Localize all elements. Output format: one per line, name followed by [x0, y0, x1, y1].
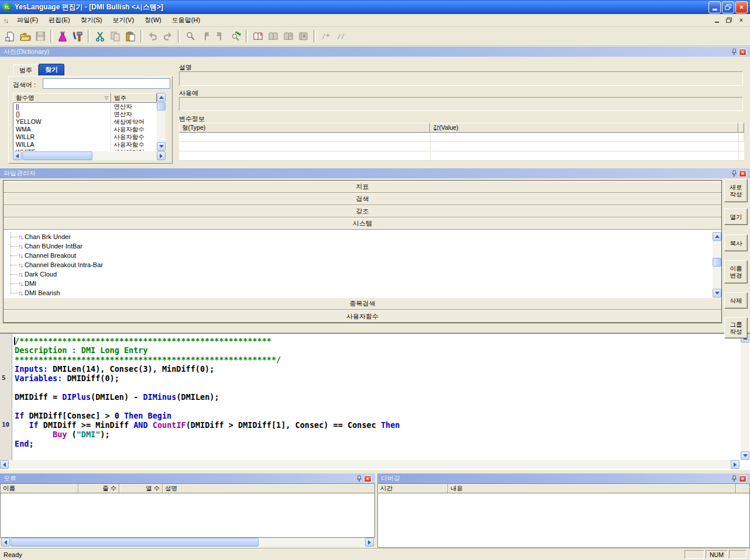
debug-col-content[interactable]: 내용	[448, 484, 736, 493]
undo-button[interactable]	[145, 29, 160, 44]
dict-table-row[interactable]: {}연산자	[13, 110, 157, 118]
open-script-button[interactable]: 열기	[724, 208, 748, 225]
scroll-down-button[interactable]	[741, 451, 749, 460]
redo-button[interactable]	[160, 29, 176, 44]
app-icon[interactable]: YL	[2, 2, 12, 12]
menu-file[interactable]: 파일(F)	[12, 14, 43, 26]
error-list-body[interactable]	[0, 493, 375, 538]
varinfo-col-value[interactable]: 값(Value)	[430, 123, 738, 133]
tree-item[interactable]: ↑↓Chan Brk Under	[4, 232, 721, 241]
cut-button[interactable]	[92, 29, 108, 44]
section-highlight[interactable]: 강조	[4, 205, 721, 217]
menu-window[interactable]: 창(W)	[140, 14, 166, 26]
scroll-right-button[interactable]	[731, 460, 739, 469]
mdi-restore-button[interactable]	[724, 16, 734, 25]
minimize-button[interactable]	[708, 1, 721, 13]
open-file-button[interactable]	[18, 29, 33, 44]
editor-vertical-scrollbar[interactable]	[741, 334, 749, 460]
tab-search[interactable]: 찾기	[39, 64, 64, 75]
dict-table-row[interactable]: WILLR사용자함수	[13, 133, 157, 141]
scroll-up-button[interactable]	[713, 232, 721, 241]
dict-horizontal-scrollbar[interactable]	[13, 151, 166, 160]
section-system[interactable]: 시스템	[4, 217, 721, 230]
scroll-left-button[interactable]	[13, 151, 22, 160]
pin-icon[interactable]	[731, 170, 737, 177]
varinfo-col-type[interactable]: 형(Type)	[179, 123, 430, 133]
error-pane-close-icon[interactable]: ×	[364, 475, 371, 482]
code-editor[interactable]: /***************************************…	[0, 333, 750, 470]
error-col-name[interactable]: 이름	[1, 484, 78, 493]
tree-item[interactable]: ↑↓DMI	[4, 279, 721, 288]
section-indicators[interactable]: 지표	[4, 181, 721, 193]
editor-horizontal-scrollbar[interactable]	[0, 460, 739, 469]
scroll-thumb[interactable]	[11, 538, 259, 547]
dict-col-category[interactable]: 범주	[111, 93, 157, 103]
scroll-up-button[interactable]	[157, 93, 166, 102]
pin-icon[interactable]	[731, 475, 737, 482]
tree-item[interactable]: ↑↓Channel Breakout	[4, 251, 721, 260]
find-next-button[interactable]	[213, 29, 228, 44]
menu-view[interactable]: 보기(V)	[108, 14, 139, 26]
save-button[interactable]	[33, 29, 48, 44]
scroll-thumb[interactable]	[22, 151, 92, 160]
copy-script-button[interactable]: 복사	[724, 234, 748, 251]
rename-script-button[interactable]: 이름 변경	[724, 260, 748, 284]
scroll-down-button[interactable]	[157, 142, 166, 151]
paste-button[interactable]	[123, 29, 138, 44]
error-horizontal-scrollbar[interactable]	[1, 538, 374, 547]
block-comment-button[interactable]: /*	[318, 29, 333, 44]
scroll-left-button[interactable]	[1, 538, 10, 547]
tree-item[interactable]: ↑↓Dark Cloud	[4, 269, 721, 279]
mdi-close-button[interactable]: ×	[736, 16, 746, 25]
tree-item[interactable]: ↑↓Channel Breakout Intra-Bar	[4, 260, 721, 269]
error-col-column[interactable]: 열 수	[119, 484, 163, 493]
function-book-button[interactable]	[266, 29, 281, 44]
menu-find[interactable]: 찾기(S)	[76, 14, 107, 26]
dictionary-pane-header[interactable]: 사전(Dictionary) ×	[0, 47, 750, 57]
close-button[interactable]: ×	[735, 1, 748, 13]
new-document-button[interactable]	[2, 29, 18, 44]
scroll-left-button[interactable]	[0, 460, 9, 469]
mdi-document-icon[interactable]: ↑↓	[4, 17, 8, 24]
debug-list-body[interactable]	[377, 493, 750, 548]
debug-pane-header[interactable]: 디버깅 ×	[377, 473, 750, 483]
closed-book-button[interactable]	[296, 29, 311, 44]
error-col-line[interactable]: 줄 수	[78, 484, 119, 493]
dict-table-row[interactable]: WILLA사용자함수	[13, 141, 157, 148]
new-script-button[interactable]: 새로 작성	[724, 179, 748, 202]
tree-item[interactable]: ↑↓DMI Bearish	[4, 288, 721, 298]
find-button[interactable]	[183, 29, 198, 44]
delete-script-button[interactable]: 삭제	[724, 292, 748, 309]
menu-help[interactable]: 도움말(H)	[167, 14, 205, 26]
scroll-thumb[interactable]	[157, 102, 166, 110]
search-input[interactable]	[43, 78, 170, 89]
group-create-button[interactable]: 그룹 작성	[724, 317, 748, 338]
tools-button[interactable]	[70, 29, 85, 44]
debug-col-time[interactable]: 시간	[378, 484, 448, 493]
scroll-thumb[interactable]	[713, 258, 721, 267]
dict-col-function[interactable]: 함수명 ▽	[13, 93, 111, 103]
error-col-description[interactable]: 설명	[163, 484, 374, 493]
section-search[interactable]: 검색	[4, 193, 721, 205]
section-user-functions[interactable]: 사용자함수	[4, 310, 721, 323]
dict-table-row[interactable]: YELLOW색상예약어	[13, 118, 157, 126]
pin-icon[interactable]	[731, 49, 737, 56]
dict-table-row[interactable]: ||연산자	[13, 103, 157, 110]
dict-table-row[interactable]: WMA사용자함수	[13, 126, 157, 133]
debug-pane-close-icon[interactable]: ×	[739, 475, 746, 482]
tree-item[interactable]: ↑↓Chan BUnder IntBar	[4, 241, 721, 251]
title-bar[interactable]: YL YesLanguage 편집기 - [DMI Bullish <시스템>]…	[0, 0, 750, 14]
verify-script-button[interactable]	[55, 29, 70, 44]
mdi-minimize-button[interactable]	[711, 16, 722, 25]
dictionary-close-icon[interactable]: ×	[739, 49, 746, 56]
dictionary-book-button[interactable]	[250, 29, 266, 44]
restore-button[interactable]	[722, 1, 734, 13]
menu-edit[interactable]: 편집(E)	[44, 14, 75, 26]
copy-button[interactable]	[108, 29, 123, 44]
file-manager-close-icon[interactable]: ×	[739, 170, 746, 177]
code-area[interactable]: /***************************************…	[0, 336, 737, 448]
section-stock-search[interactable]: 종목검색	[4, 298, 721, 310]
scroll-right-button[interactable]	[365, 538, 374, 547]
scroll-right-button[interactable]	[157, 151, 166, 160]
scroll-down-button[interactable]	[713, 289, 721, 298]
